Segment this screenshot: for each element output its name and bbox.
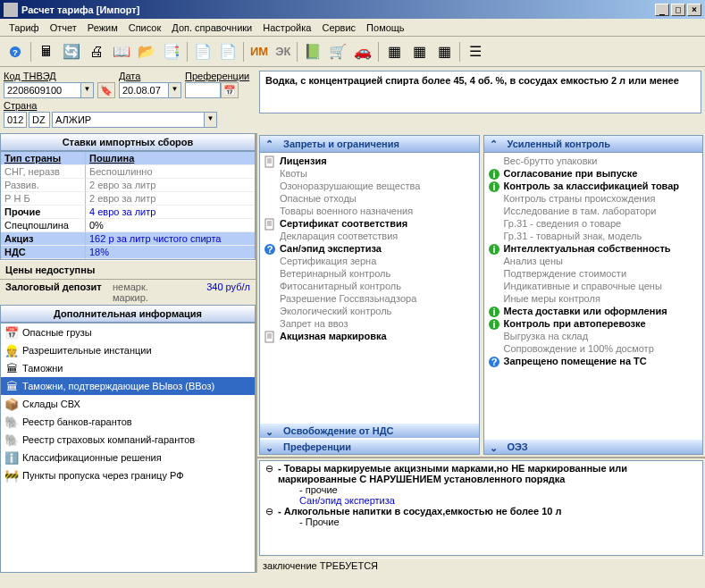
restriction-item[interactable]: Квоты [260, 167, 479, 180]
restriction-item[interactable]: Сертификация зерна [260, 255, 479, 267]
folder-icon[interactable]: 📂 [135, 40, 158, 63]
item-label: Пункты пропуска через границу РФ [22, 470, 184, 481]
addl-item[interactable]: 🐘Реестр страховых компаний-гарантов [1, 431, 255, 449]
date-input[interactable] [119, 82, 168, 98]
list-icon[interactable]: ☰ [464, 40, 487, 63]
menu-tarif[interactable]: Тариф [4, 21, 45, 35]
tree-node[interactable]: ⊖- Алкогольные напитки в сосудах,емкость… [264, 506, 699, 517]
pref-picker-icon[interactable]: 📅 [221, 82, 239, 98]
country-dropdown-button[interactable]: ▼ [204, 112, 217, 128]
restriction-item[interactable]: Ветеринарный контроль [260, 267, 479, 280]
tree-node[interactable]: ⊖- Товары маркируемые акцизными марками,… [264, 463, 699, 484]
country-name-input[interactable] [52, 112, 204, 128]
svg-text:?: ? [491, 357, 497, 367]
addl-item[interactable]: 🐘Реестр банков-гарантов [1, 413, 255, 431]
tree-node[interactable]: - прочие [264, 484, 699, 495]
restriction-item[interactable]: Индикативные и справочные цены [484, 280, 703, 292]
restriction-item[interactable]: Гр.31 - товарный знак, модель [484, 230, 703, 242]
country-code-input[interactable] [4, 112, 27, 128]
restriction-item[interactable]: Опасные отходы [260, 192, 479, 205]
restriction-item[interactable]: Вес-брутто упаковки [484, 155, 703, 167]
doc2-icon[interactable]: 📄 [216, 40, 239, 63]
restriction-item[interactable]: ?Запрещено помещение на ТС [484, 355, 703, 367]
restriction-item[interactable]: Акцизная маркировка [260, 330, 479, 342]
country-iso-input[interactable] [29, 112, 50, 128]
doc1-icon[interactable]: 📄 [191, 40, 214, 63]
car-icon[interactable]: 🚗 [351, 40, 374, 63]
pref-header[interactable]: ⌄Преференции [260, 440, 479, 454]
tree-node[interactable]: Сан/эпид экспертиза [264, 495, 699, 506]
restriction-item[interactable]: Контроль страны происхождения [484, 192, 703, 205]
restriction-item[interactable]: Разрешение Госсвязьнадзора [260, 292, 479, 305]
tree-view[interactable]: ⊖- Товары маркируемые акцизными марками,… [259, 460, 703, 556]
restriction-item[interactable]: Выгрузка на склад [484, 330, 703, 342]
item-label: Реестр страховых компаний-гарантов [22, 434, 195, 445]
expand-icon[interactable]: ⊖ [265, 463, 273, 475]
menu-otchet[interactable]: Отчет [45, 21, 82, 35]
restriction-item[interactable]: ?Сан/эпид экспертиза [260, 242, 479, 255]
book-icon[interactable]: 📖 [110, 40, 133, 63]
close-button[interactable]: × [687, 4, 701, 16]
calc-icon[interactable]: 🖩 [35, 40, 58, 63]
date-dropdown-button[interactable]: ▼ [168, 82, 181, 98]
control-header[interactable]: ⌃Усиленный контроль [484, 136, 703, 153]
restriction-item[interactable]: Анализ цены [484, 255, 703, 267]
restrictions-header[interactable]: ⌃Запреты и ограничения [260, 136, 479, 153]
restriction-item[interactable]: Исследование в там. лаборатори [484, 205, 703, 217]
info-icon: i [488, 306, 500, 318]
restriction-item[interactable]: Запрет на ввоз [260, 317, 479, 330]
restriction-item[interactable]: Гр.31 - сведения о товаре [484, 217, 703, 230]
menu-spisok[interactable]: Список [123, 21, 167, 35]
maximize-button[interactable]: □ [671, 4, 685, 16]
grid1-icon[interactable]: ▦ [382, 40, 406, 63]
code-lookup-icon[interactable]: 🔖 [97, 82, 115, 98]
addl-item[interactable]: 🏛Таможни [1, 359, 255, 377]
menu-pomosch[interactable]: Помощь [361, 21, 410, 35]
stack-icon[interactable]: 📑 [160, 40, 183, 63]
grid2-icon[interactable]: ▦ [407, 40, 431, 63]
addl-item[interactable]: 📅Опасные грузы [1, 323, 255, 341]
code-dropdown-button[interactable]: ▼ [80, 82, 94, 98]
im-label[interactable]: ИМ [248, 45, 271, 58]
menu-servis[interactable]: Сервис [316, 21, 361, 35]
restriction-item[interactable]: iКонтроль при автоперевозке [484, 317, 703, 330]
restriction-item[interactable]: Иные меры контроля [484, 292, 703, 305]
minimize-button[interactable]: _ [655, 4, 669, 16]
restriction-item[interactable]: Фитосанитарный контроль [260, 280, 479, 292]
restriction-item[interactable]: Экологический контроль [260, 305, 479, 317]
restriction-item[interactable]: Товары военного назначения [260, 205, 479, 217]
restriction-item[interactable]: Декларация соответствия [260, 230, 479, 242]
addl-item[interactable]: 📦Склады СВХ [1, 395, 255, 413]
restriction-item[interactable]: Сертификат соответствия [260, 217, 479, 230]
cart-icon[interactable]: 🛒 [326, 40, 349, 63]
tree-node[interactable]: - Прочие [264, 517, 699, 527]
restriction-item[interactable]: Подтверждение стоимости [484, 267, 703, 280]
addl-item[interactable]: ℹ️Классификационные решения [1, 449, 255, 466]
restriction-item[interactable]: iИнтеллектуальная собственность [484, 242, 703, 255]
menu-dop[interactable]: Доп. справочники [166, 21, 257, 35]
oez-header[interactable]: ⌄ОЭЗ [484, 440, 703, 454]
menu-nastroika[interactable]: Настройка [257, 21, 316, 35]
svg-rect-12 [265, 332, 273, 342]
help-icon[interactable]: ? [4, 40, 27, 63]
restriction-item[interactable]: iКонтроль за классификацией товар [484, 180, 703, 192]
pref-input[interactable] [185, 82, 221, 98]
addl-item[interactable]: 🏛Таможни, подтверждающие ВЫвоз (ВВоз) [1, 377, 255, 395]
refresh-icon[interactable]: 🔄 [60, 40, 83, 63]
code-input[interactable] [4, 82, 80, 98]
addl-item[interactable]: 🚧Пункты пропуска через границу РФ [1, 466, 255, 484]
restriction-item[interactable]: Сопровождение и 100% досмотр [484, 342, 703, 355]
restriction-item[interactable]: Озоноразрушающие вещества [260, 180, 479, 192]
ek-label[interactable]: ЭК [273, 45, 293, 58]
svg-text:i: i [492, 244, 495, 255]
chevron-down-icon: ⌄ [265, 442, 273, 454]
restriction-item[interactable]: Лицензия [260, 155, 479, 167]
grid3-icon[interactable]: ▦ [432, 40, 456, 63]
restriction-item[interactable]: iМеста доставки или оформления [484, 305, 703, 317]
menu-rezhim[interactable]: Режим [82, 21, 123, 35]
print-icon[interactable]: 🖨 [85, 40, 108, 63]
addl-item[interactable]: 👷Разрешительные инстанции [1, 341, 255, 359]
restriction-item[interactable]: iСогласование при выпуске [484, 167, 703, 180]
green-book-icon[interactable]: 📗 [301, 40, 324, 63]
nds-exempt-header[interactable]: ⌄Освобождение от НДС [260, 424, 479, 438]
